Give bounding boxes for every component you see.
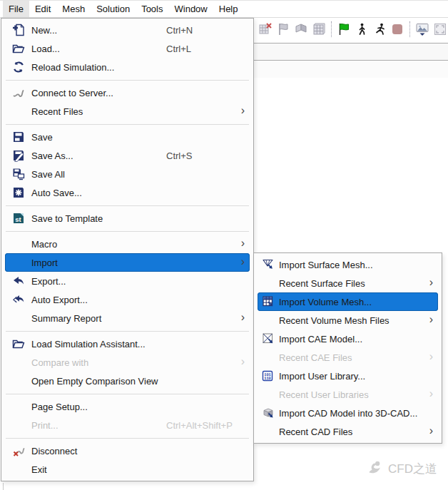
menu-item-new[interactable]: New...Ctrl+N xyxy=(5,21,250,39)
svg-text:110: 110 xyxy=(264,377,271,381)
menu-item-auto-export[interactable]: Auto Export... xyxy=(5,290,250,309)
scene-capture-icon[interactable] xyxy=(415,22,429,36)
menu-item-disconnect[interactable]: Disconnect xyxy=(5,441,250,460)
import-cad-model-icon xyxy=(258,407,279,419)
menu-item-load-simulation-assistant[interactable]: Load Simulation Assistant... xyxy=(5,335,250,353)
toolbar xyxy=(251,19,448,40)
menu-item-save-as[interactable]: Save As...Ctrl+S xyxy=(5,146,250,165)
step-icon[interactable] xyxy=(355,22,369,36)
menu-separator xyxy=(6,124,249,125)
load-icon xyxy=(5,42,31,55)
menubar-item-edit[interactable]: Edit xyxy=(29,1,56,17)
folded-mesh-flag-icon xyxy=(294,22,308,36)
menu-item-import-volume-mesh[interactable]: Import Volume Mesh... xyxy=(258,292,438,311)
menu-item-recent-surface-files[interactable]: Recent Surface Files› xyxy=(258,274,438,292)
menu-item-label: Save All xyxy=(31,169,65,180)
save-all-icon xyxy=(5,168,31,180)
menu-item-label: Load Simulation Assistant... xyxy=(31,339,146,349)
menu-separator xyxy=(6,231,249,232)
menu-bar: FileEditMeshSolutionToolsWindowHelp xyxy=(0,1,448,18)
reload-icon xyxy=(5,61,31,73)
menu-item-summary-report[interactable]: Summary Report› xyxy=(5,309,250,327)
menubar-item-file[interactable]: File xyxy=(3,1,29,17)
menu-item-label: Connect to Server... xyxy=(31,88,113,98)
menu-item-export[interactable]: Export... xyxy=(5,272,250,290)
menubar-item-help[interactable]: Help xyxy=(213,1,244,17)
import-cae-model-icon xyxy=(258,332,279,345)
submenu-arrow-icon: › xyxy=(429,425,433,437)
menubar-item-mesh[interactable]: Mesh xyxy=(56,1,91,17)
menu-item-label: Save xyxy=(31,132,53,143)
submenu-arrow-icon: › xyxy=(241,256,245,267)
toolbar-separator xyxy=(331,21,332,37)
menu-separator xyxy=(6,394,249,394)
menu-item-recent-files[interactable]: Recent Files› xyxy=(5,102,250,121)
menu-item-import-surface-mesh[interactable]: Import Surface Mesh... xyxy=(258,255,438,274)
menu-item-open-empty-comparison-view[interactable]: Open Empty Comparison View xyxy=(5,372,250,390)
menu-item-auto-save[interactable]: Auto Save... xyxy=(5,183,250,202)
menu-item-label: Macro xyxy=(31,239,57,250)
menu-item-label: Import Surface Mesh... xyxy=(279,260,373,270)
menubar-item-window[interactable]: Window xyxy=(169,1,213,17)
gray-flag-icon xyxy=(276,22,290,36)
menu-item-label: Save to Template xyxy=(31,213,103,224)
menu-item-recent-cae-files: Recent CAE Files› xyxy=(258,348,438,367)
connect-server-icon xyxy=(5,86,31,99)
stop-icon[interactable] xyxy=(390,22,404,36)
menu-item-label: Import CAD Model into 3D-CAD... xyxy=(279,408,417,419)
menu-separator xyxy=(6,331,249,332)
menu-item-connect-to-server[interactable]: Connect to Server... xyxy=(5,83,250,102)
menu-item-import-user-library[interactable]: 101110Import User Library... xyxy=(258,367,438,385)
menu-item-label: Compare with xyxy=(31,357,88,368)
menu-item-recent-user-libraries: Recent User Libraries› xyxy=(258,385,438,404)
run-icon[interactable] xyxy=(372,22,387,36)
menu-item-compare-with: Compare with› xyxy=(5,353,250,372)
menu-item-import-cae-model[interactable]: Import CAE Model... xyxy=(258,330,438,348)
import-submenu: Import Surface Mesh...Recent Surface Fil… xyxy=(253,252,442,444)
menubar-item-tools[interactable]: Tools xyxy=(136,1,168,17)
expand-view-icon xyxy=(433,22,447,36)
submenu-arrow-icon: › xyxy=(429,388,433,399)
menu-item-save-to-template[interactable]: stSave to Template xyxy=(5,209,250,228)
submenu-arrow-icon: › xyxy=(429,351,433,362)
menu-item-import-cad-model-into-3d-cad[interactable]: Import CAD Model into 3D-CAD... xyxy=(258,404,438,422)
volume-grid-icon xyxy=(312,22,326,36)
menu-item-reload-simulation[interactable]: Reload Simulation... xyxy=(5,58,250,76)
menu-item-recent-volume-mesh-files[interactable]: Recent Volume Mesh Files› xyxy=(258,311,438,330)
menu-item-label: Recent User Libraries xyxy=(279,389,369,400)
menu-item-save-all[interactable]: Save All xyxy=(5,165,250,183)
save-as-icon xyxy=(5,149,31,162)
menu-separator xyxy=(6,205,249,206)
panel-edge xyxy=(3,483,4,490)
menubar-item-solution[interactable]: Solution xyxy=(91,1,136,17)
menu-item-page-setup[interactable]: Page Setup... xyxy=(5,397,250,416)
delete-mesh-icon xyxy=(258,22,273,36)
menu-item-label: Recent CAE Files xyxy=(279,352,352,363)
menu-item-import[interactable]: Import› xyxy=(5,253,250,272)
menu-item-label: Import CAE Model... xyxy=(279,334,362,344)
menu-item-label: Auto Save... xyxy=(31,188,82,198)
initialize-solution-flag-icon[interactable] xyxy=(337,22,351,36)
menu-item-label: Recent Files xyxy=(31,106,83,117)
menu-item-label: Import xyxy=(31,257,58,268)
shortcut-label: Ctrl+L xyxy=(166,44,191,54)
menu-item-label: Recent Surface Files xyxy=(279,278,365,289)
shortcut-label: Ctrl+N xyxy=(166,25,193,36)
menu-item-label: Recent CAD Files xyxy=(279,427,352,437)
import-surface-mesh-icon xyxy=(258,258,279,271)
menu-item-load[interactable]: Load...Ctrl+L xyxy=(5,39,250,58)
file-menu: New...Ctrl+NLoad...Ctrl+LReload Simulati… xyxy=(1,18,254,481)
menu-item-exit[interactable]: Exit xyxy=(5,460,250,479)
open-folder-icon xyxy=(5,337,31,350)
menu-item-label: Print... xyxy=(31,420,58,431)
menu-item-save[interactable]: Save xyxy=(5,128,250,146)
submenu-arrow-icon: › xyxy=(429,277,433,288)
menu-item-print: Print...Ctrl+Alt+Shift+P xyxy=(5,416,250,434)
menu-item-label: Summary Report xyxy=(31,313,101,324)
export-icon xyxy=(5,275,31,287)
menu-item-recent-cad-files[interactable]: Recent CAD Files› xyxy=(258,422,438,441)
menu-item-macro[interactable]: Macro› xyxy=(5,235,250,253)
menu-item-label: Auto Export... xyxy=(31,295,88,305)
save-icon xyxy=(5,131,31,143)
menu-item-label: Exit xyxy=(31,464,47,475)
